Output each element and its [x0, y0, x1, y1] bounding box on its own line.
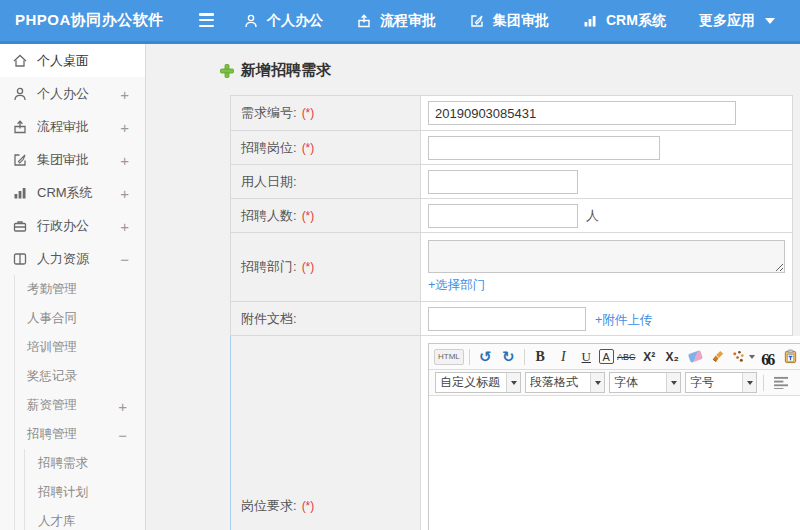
align-left-icon[interactable]: [771, 373, 792, 393]
page-title: 新增招聘需求: [220, 61, 331, 80]
expand-toggle[interactable]: +: [120, 151, 129, 168]
hamburger-menu-icon[interactable]: [199, 13, 214, 27]
sidebar-item-reward-punishment[interactable]: 奖惩记录: [15, 362, 145, 391]
nav-group-approval[interactable]: 集团审批: [469, 12, 549, 30]
sidebar-item-label: 人才库: [38, 513, 76, 530]
sidebar-item-workflow-approval[interactable]: 流程审批 +: [0, 110, 145, 143]
edit-icon: [469, 13, 485, 29]
recruitment-submenu: 招聘需求 招聘计划 人才库: [24, 449, 145, 530]
sidebar-item-salary[interactable]: 薪资管理 +: [15, 391, 145, 420]
expand-toggle[interactable]: +: [120, 217, 129, 234]
field-label: 岗位要求: (*): [231, 336, 421, 530]
sidebar-item-group-approval[interactable]: 集团审批 +: [0, 143, 145, 176]
sidebar-item-crm[interactable]: CRM系统 +: [0, 176, 145, 209]
hr-submenu: 考勤管理 人事合同 培训管理 奖惩记录 薪资管理 + 招聘管理 − 招聘需求 招…: [14, 275, 145, 530]
top-bar: PHPOA协同办公软件 个人办公 流程审批 集团审批 CRM系统: [0, 0, 800, 41]
custom-heading-select[interactable]: 自定义标题: [435, 372, 521, 393]
field-label: 招聘人数: (*): [231, 199, 421, 232]
superscript-button[interactable]: X²: [639, 347, 660, 367]
strikethrough-button[interactable]: ABC: [616, 347, 637, 367]
expand-toggle[interactable]: +: [118, 397, 127, 414]
sidebar-item-label: 个人桌面: [37, 52, 89, 70]
nav-label: 集团审批: [493, 12, 549, 30]
paste-icon[interactable]: [780, 347, 800, 367]
undo-icon[interactable]: ↺: [475, 347, 496, 367]
sidebar-item-attendance[interactable]: 考勤管理: [15, 275, 145, 304]
sidebar-item-label: 招聘管理: [27, 426, 77, 443]
date-input[interactable]: [428, 170, 578, 194]
form-row-attachment: 附件文档: +附件上传: [230, 302, 793, 336]
expand-toggle[interactable]: +: [120, 85, 129, 102]
field-label: 附件文档:: [231, 302, 421, 335]
select-dept-link[interactable]: +选择部门: [428, 277, 785, 294]
nav-workflow-approval[interactable]: 流程审批: [356, 12, 436, 30]
book-icon: [12, 251, 28, 267]
sidebar-item-label: 人事合同: [27, 310, 77, 327]
format-painter-icon[interactable]: [731, 347, 755, 367]
sidebar-item-recruit-plan[interactable]: 招聘计划: [25, 478, 145, 507]
position-input[interactable]: [428, 136, 660, 160]
main-content: 新增招聘需求 需求编号: (*) 招聘岗位: (*) 用人: [147, 44, 800, 530]
required-mark: (*): [302, 499, 315, 513]
required-mark: (*): [302, 106, 315, 120]
sidebar-item-admin-office[interactable]: 行政办公 +: [0, 209, 145, 242]
redo-icon[interactable]: ↻: [498, 347, 519, 367]
text-border-button[interactable]: A: [599, 349, 614, 364]
sidebar-item-recruitment[interactable]: 招聘管理 −: [15, 420, 145, 449]
person-icon: [12, 86, 28, 102]
dept-textarea[interactable]: [428, 240, 785, 273]
nav-more-apps[interactable]: 更多应用: [699, 12, 775, 30]
sidebar-item-label: 奖惩记录: [27, 368, 77, 385]
sidebar-item-recruit-demand[interactable]: 招聘需求: [25, 449, 145, 478]
clear-format-broom-icon[interactable]: [708, 347, 729, 367]
workflow-icon: [12, 119, 28, 135]
caret-down-icon: [749, 355, 755, 359]
sidebar-item-training[interactable]: 培训管理: [15, 333, 145, 362]
sidebar-item-personal-desktop[interactable]: 个人桌面: [0, 44, 145, 77]
eraser-icon[interactable]: [685, 347, 706, 367]
nav-label: 流程审批: [380, 12, 436, 30]
subscript-button[interactable]: X₂: [662, 347, 683, 367]
expand-toggle[interactable]: −: [118, 426, 127, 443]
attachment-input[interactable]: [428, 307, 586, 331]
sidebar-item-hr[interactable]: 人力资源 −: [0, 242, 145, 275]
underline-button[interactable]: U: [576, 347, 597, 367]
upload-attachment-link[interactable]: +附件上传: [595, 312, 652, 329]
sidebar-item-talent-pool[interactable]: 人才库: [25, 507, 145, 530]
blockquote-button[interactable]: 66: [757, 347, 778, 367]
form-row-position: 招聘岗位: (*): [230, 131, 793, 165]
sidebar-item-label: 招聘需求: [38, 455, 88, 472]
field-label: 招聘部门: (*): [231, 233, 421, 301]
editor-toolbar-row1: HTML ↺ ↻ B I U A ABC X² X₂: [429, 344, 800, 370]
nav-label: CRM系统: [606, 12, 666, 30]
sidebar-item-label: 招聘计划: [38, 484, 88, 501]
italic-button[interactable]: I: [553, 347, 574, 367]
expand-toggle[interactable]: +: [120, 184, 129, 201]
editor-content-area[interactable]: [429, 396, 800, 530]
form-row-date: 用人日期:: [230, 165, 793, 199]
sidebar-item-personal-office[interactable]: 个人办公 +: [0, 77, 145, 110]
paragraph-format-select[interactable]: 段落格式: [525, 372, 605, 393]
font-family-select[interactable]: 字体: [609, 372, 681, 393]
count-input[interactable]: [428, 204, 578, 228]
nav-label: 个人办公: [267, 12, 323, 30]
field-label: 需求编号: (*): [231, 96, 421, 130]
editor-toolbar-row2: 自定义标题 段落格式 字体 字号: [429, 370, 800, 396]
nav-personal-office[interactable]: 个人办公: [243, 12, 323, 30]
select-arrow-icon: [742, 373, 756, 392]
sidebar-item-hr-contract[interactable]: 人事合同: [15, 304, 145, 333]
expand-toggle[interactable]: −: [120, 250, 129, 267]
select-arrow-icon: [666, 373, 680, 392]
select-arrow-icon: [590, 373, 604, 392]
select-arrow-icon: [506, 373, 520, 392]
expand-toggle[interactable]: +: [120, 118, 129, 135]
workflow-icon: [356, 13, 372, 29]
toolbar-separator: [763, 375, 764, 391]
field-label: 用人日期:: [231, 165, 421, 198]
code-input[interactable]: [428, 101, 736, 125]
html-source-button[interactable]: HTML: [434, 349, 464, 365]
form-row-requirement: 岗位要求: (*) HTML ↺ ↻ B I U A ABC: [230, 336, 793, 530]
nav-crm-system[interactable]: CRM系统: [582, 12, 666, 30]
bold-button[interactable]: B: [530, 347, 551, 367]
font-size-select[interactable]: 字号: [685, 372, 757, 393]
